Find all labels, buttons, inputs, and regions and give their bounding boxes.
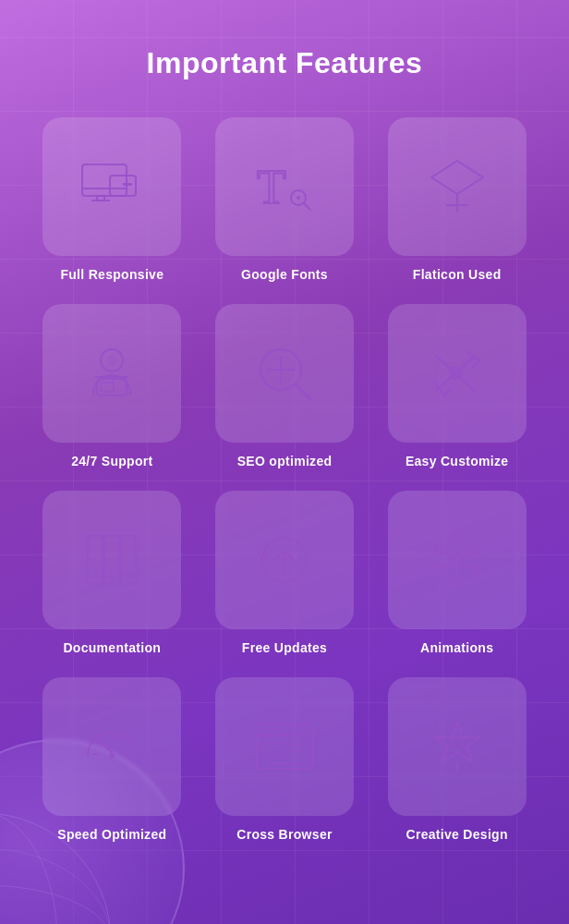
svg-line-48 (442, 553, 454, 558)
feature-label-documentation: Documentation (63, 640, 161, 655)
svg-text:T: T (257, 161, 286, 213)
icon-box-animations (388, 491, 527, 629)
svg-point-14 (297, 196, 300, 200)
feature-label-google-fonts: Google Fonts (241, 267, 328, 282)
svg-marker-16 (431, 161, 483, 194)
feature-item-documentation: Documentation (37, 491, 188, 655)
feature-label-speed-optimized: Speed Optimized (57, 827, 166, 842)
feature-label-cross-browser: Cross Browser (236, 827, 333, 842)
feature-item-cross-browser: Cross Browser (210, 677, 360, 842)
feature-item-easy-customize: Easy Customize (381, 304, 532, 468)
svg-rect-6 (82, 164, 127, 196)
svg-point-44 (435, 547, 442, 554)
feature-item-flaticon-used: Flaticon Used (381, 117, 532, 282)
feature-item-seo-optimized: SEO optimized (210, 304, 360, 468)
icon-box-speed-optimized (42, 677, 181, 816)
icon-box-easy-customize (388, 304, 527, 443)
feature-item-247-support: 24/7 Support (37, 304, 188, 468)
svg-rect-22 (101, 383, 114, 392)
feature-label-flaticon-used: Flaticon Used (413, 267, 502, 282)
svg-line-57 (99, 739, 112, 753)
svg-line-15 (304, 203, 310, 210)
feature-item-google-fonts: T Google Fonts (210, 117, 360, 282)
svg-marker-72 (435, 723, 479, 761)
icon-box-247-support (42, 304, 181, 443)
icon-box-google-fonts: T (215, 117, 354, 256)
feature-label-creative-design: Creative Design (406, 827, 508, 842)
svg-point-73 (452, 737, 463, 748)
svg-rect-20 (97, 379, 127, 395)
svg-point-47 (472, 565, 479, 573)
svg-point-21 (107, 356, 116, 365)
feature-label-247-support: 24/7 Support (71, 454, 152, 468)
svg-rect-7 (110, 176, 136, 196)
icon-box-seo-optimized (215, 304, 354, 443)
svg-point-43 (452, 554, 463, 565)
svg-point-45 (472, 547, 479, 554)
svg-point-66 (272, 728, 275, 732)
svg-line-51 (461, 562, 472, 567)
icon-box-documentation (42, 491, 181, 629)
feature-item-full-responsive: Full Responsive (37, 117, 188, 282)
feature-label-easy-customize: Easy Customize (406, 454, 509, 468)
main-container: Important Features Full Responsive T Goo… (0, 0, 569, 897)
feature-label-animations: Animations (420, 640, 493, 655)
icon-box-cross-browser (215, 677, 354, 816)
svg-line-49 (461, 553, 472, 558)
icon-box-creative-design (388, 677, 527, 816)
icon-box-free-updates (215, 491, 354, 629)
svg-line-50 (442, 562, 454, 567)
svg-rect-68 (264, 743, 283, 758)
svg-point-46 (435, 565, 442, 573)
page-title: Important Features (37, 46, 532, 80)
icon-box-full-responsive (42, 117, 181, 256)
feature-item-free-updates: Free Updates (210, 491, 360, 655)
features-grid: Full Responsive T Google Fonts Flaticon … (37, 117, 532, 842)
svg-rect-11 (123, 183, 132, 186)
svg-point-52 (454, 532, 461, 540)
feature-label-free-updates: Free Updates (242, 640, 327, 655)
feature-label-seo-optimized: SEO optimized (237, 454, 333, 468)
feature-item-speed-optimized: Speed Optimized (37, 677, 188, 842)
feature-label-full-responsive: Full Responsive (60, 267, 163, 282)
feature-item-creative-design: Creative Design (381, 677, 532, 842)
svg-line-25 (296, 384, 310, 399)
svg-point-53 (454, 580, 461, 588)
icon-box-flaticon-used (388, 117, 527, 256)
svg-point-65 (264, 728, 268, 732)
feature-item-animations: Animations (381, 491, 532, 655)
svg-rect-67 (281, 727, 305, 733)
svg-line-61 (122, 737, 125, 740)
